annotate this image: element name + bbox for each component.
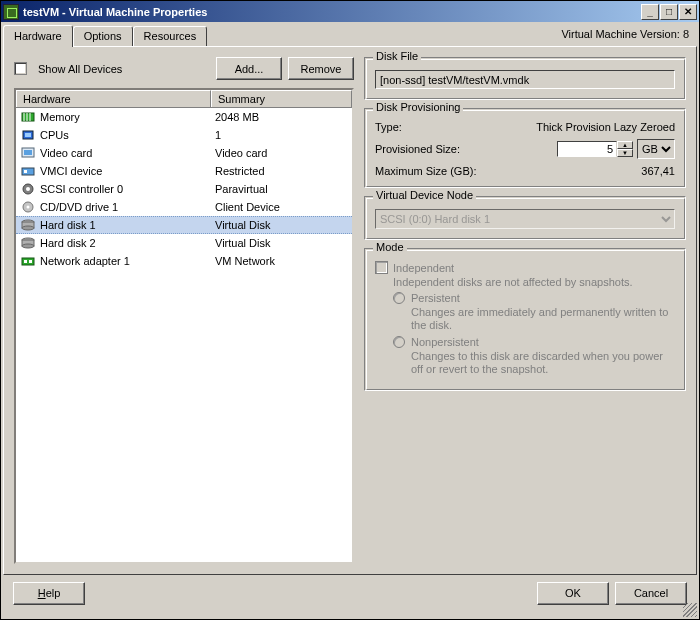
disk-file-field[interactable] [375, 70, 675, 89]
col-hardware[interactable]: Hardware [16, 90, 211, 107]
memory-icon [20, 110, 36, 124]
help-button[interactable]: Help [13, 582, 85, 605]
cancel-button[interactable]: Cancel [615, 582, 687, 605]
hardware-row[interactable]: CPUs1 [16, 126, 352, 144]
hardware-summary: VM Network [215, 255, 348, 267]
hardware-row[interactable]: Network adapter 1VM Network [16, 252, 352, 270]
tab-resources[interactable]: Resources [133, 26, 208, 46]
hardware-row[interactable]: Memory2048 MB [16, 108, 352, 126]
app-icon [3, 4, 19, 20]
show-all-label: Show All Devices [38, 63, 122, 75]
spinner-up-icon[interactable]: ▲ [617, 141, 633, 149]
hardware-label: Network adapter 1 [40, 255, 215, 267]
svg-rect-9 [24, 170, 27, 173]
col-summary[interactable]: Summary [211, 90, 352, 107]
nonpersistent-radio [393, 336, 405, 348]
hardware-summary: Video card [215, 147, 348, 159]
hardware-label: CPUs [40, 129, 215, 141]
cd-icon [20, 200, 36, 214]
tab-row: Hardware Options Resources Virtual Machi… [3, 24, 697, 46]
resize-grip-icon[interactable] [683, 603, 697, 617]
disk-file-legend: Disk File [373, 50, 421, 62]
remove-button[interactable]: Remove [288, 57, 354, 80]
persistent-desc: Changes are immediately and permanently … [411, 306, 675, 332]
svg-rect-5 [25, 133, 31, 137]
video-icon [20, 146, 36, 160]
hardware-list-body[interactable]: Memory2048 MBCPUs1Video cardVideo cardVM… [16, 108, 352, 562]
prov-size-spinner[interactable]: ▲ ▼ [557, 141, 633, 157]
hardware-label: SCSI controller 0 [40, 183, 215, 195]
window-title: testVM - Virtual Machine Properties [23, 6, 641, 18]
svg-point-13 [27, 206, 30, 209]
hardware-row[interactable]: Hard disk 1Virtual Disk [16, 216, 352, 234]
independent-label: Independent [393, 262, 454, 274]
hardware-label: VMCI device [40, 165, 215, 177]
prov-max-label: Maximum Size (GB): [375, 165, 641, 177]
svg-point-16 [22, 226, 34, 230]
nic-icon [20, 254, 36, 268]
svg-rect-7 [24, 150, 32, 155]
vm-version-label: Virtual Machine Version: 8 [561, 28, 689, 40]
mode-group: Mode Independent Independent disks are n… [364, 248, 686, 391]
add-button[interactable]: Add... [216, 57, 282, 80]
hardware-label: Video card [40, 147, 215, 159]
close-button[interactable]: ✕ [679, 4, 697, 20]
tab-panel: Show All Devices Add... Remove Hardware … [3, 46, 697, 575]
svg-rect-8 [22, 168, 34, 175]
persistent-label: Persistent [411, 292, 675, 304]
disk-icon [20, 218, 36, 232]
prov-type-value: Thick Provision Lazy Zeroed [536, 121, 675, 133]
svg-rect-22 [29, 260, 32, 263]
tab-hardware[interactable]: Hardware [3, 25, 73, 47]
disk-prov-legend: Disk Provisioning [373, 101, 463, 113]
persistent-radio [393, 292, 405, 304]
spinner-down-icon[interactable]: ▼ [617, 149, 633, 157]
minimize-button[interactable]: _ [641, 4, 659, 20]
independent-desc: Independent disks are not affected by sn… [393, 276, 675, 288]
hardware-summary: Virtual Disk [215, 237, 348, 249]
prov-size-input[interactable] [557, 141, 617, 157]
independent-checkbox [375, 261, 388, 274]
tab-options[interactable]: Options [73, 26, 133, 46]
svg-point-19 [22, 244, 34, 248]
hardware-label: Hard disk 1 [40, 219, 215, 231]
disk-file-group: Disk File [364, 57, 686, 100]
hardware-row[interactable]: CD/DVD drive 1Client Device [16, 198, 352, 216]
svg-rect-21 [24, 260, 27, 263]
svg-point-11 [26, 187, 30, 191]
hardware-row[interactable]: SCSI controller 0Paravirtual [16, 180, 352, 198]
hardware-summary: 1 [215, 129, 348, 141]
vdn-legend: Virtual Device Node [373, 189, 476, 201]
prov-type-label: Type: [375, 121, 536, 133]
scsi-icon [20, 182, 36, 196]
prov-max-value: 367,41 [641, 165, 675, 177]
hardware-row[interactable]: Video cardVideo card [16, 144, 352, 162]
hardware-summary: Client Device [215, 201, 348, 213]
dialog-footer: Help OK Cancel [1, 575, 699, 619]
left-column: Show All Devices Add... Remove Hardware … [14, 57, 354, 564]
hardware-label: Hard disk 2 [40, 237, 215, 249]
disk-provisioning-group: Disk Provisioning Type: Thick Provision … [364, 108, 686, 188]
hardware-summary: Restricted [215, 165, 348, 177]
svg-rect-20 [22, 258, 34, 265]
title-bar[interactable]: testVM - Virtual Machine Properties _ □ … [1, 1, 699, 22]
hardware-list-header: Hardware Summary [16, 90, 352, 108]
hardware-row[interactable]: Hard disk 2Virtual Disk [16, 234, 352, 252]
hardware-summary: 2048 MB [215, 111, 348, 123]
hardware-summary: Virtual Disk [215, 219, 348, 231]
nonpersistent-desc: Changes to this disk are discarded when … [411, 350, 675, 376]
hardware-row[interactable]: VMCI deviceRestricted [16, 162, 352, 180]
show-all-checkbox[interactable] [14, 62, 27, 75]
hardware-label: CD/DVD drive 1 [40, 201, 215, 213]
prov-size-unit-combo[interactable]: GB [637, 139, 675, 159]
hardware-summary: Paravirtual [215, 183, 348, 195]
nonpersistent-label: Nonpersistent [411, 336, 675, 348]
prov-size-label: Provisioned Size: [375, 143, 557, 155]
ok-button[interactable]: OK [537, 582, 609, 605]
right-column: Disk File Disk Provisioning Type: Thick … [364, 57, 686, 564]
hardware-list[interactable]: Hardware Summary Memory2048 MBCPUs1Video… [14, 88, 354, 564]
maximize-button[interactable]: □ [660, 4, 678, 20]
disk-icon [20, 236, 36, 250]
mode-legend: Mode [373, 241, 407, 253]
virtual-device-node-group: Virtual Device Node SCSI (0:0) Hard disk… [364, 196, 686, 240]
